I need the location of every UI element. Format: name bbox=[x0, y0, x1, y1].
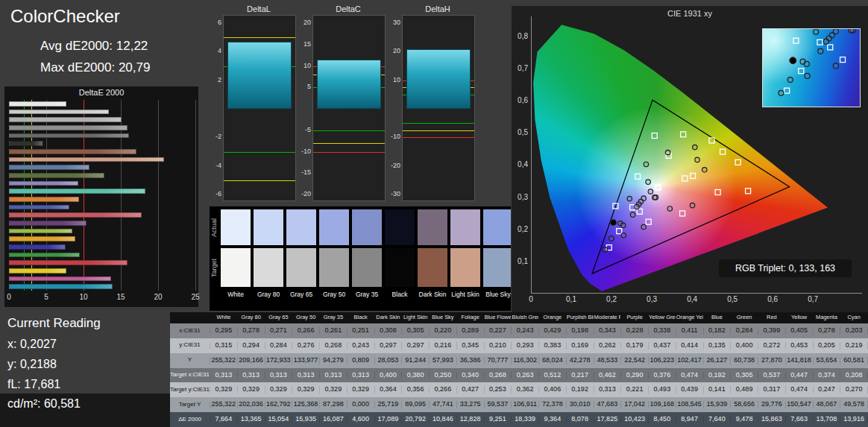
target-point bbox=[715, 189, 720, 194]
table-cell: 0,329 bbox=[238, 386, 265, 393]
actual-swatch[interactable] bbox=[319, 209, 349, 245]
target-swatch[interactable] bbox=[221, 248, 251, 287]
axis-tick-label: -20 bbox=[391, 162, 400, 169]
column-header: Light Skin bbox=[402, 314, 430, 320]
target-swatch[interactable] bbox=[418, 248, 447, 287]
swatch-column-gray-50: Gray 50 bbox=[319, 206, 349, 311]
swatch-label: Blue Sky bbox=[479, 291, 511, 298]
table-cell: 0,405 bbox=[786, 327, 814, 335]
target-swatch[interactable] bbox=[319, 248, 349, 287]
axis-tick-label: 0,4 bbox=[518, 160, 528, 168]
table-cell: 0,305 bbox=[402, 327, 430, 335]
measured-point bbox=[635, 204, 639, 209]
table-cell: 0,343 bbox=[594, 327, 622, 335]
table-cell: 172,933 bbox=[265, 357, 293, 364]
table-cell: 0,266 bbox=[430, 386, 457, 393]
axis-tick-label: -6 bbox=[216, 190, 221, 197]
actual-swatch[interactable] bbox=[385, 209, 415, 245]
table-cell: 0,295 bbox=[210, 327, 238, 335]
actual-swatch[interactable] bbox=[352, 209, 382, 245]
table-cell: 0,216 bbox=[430, 342, 457, 349]
target-point bbox=[793, 38, 799, 43]
target-swatch[interactable] bbox=[483, 248, 511, 287]
target-point bbox=[682, 176, 688, 181]
table-cell: 15,935 bbox=[292, 416, 320, 423]
table-cell: 13,916 bbox=[840, 416, 868, 423]
table-cell: 0,266 bbox=[292, 327, 320, 335]
axis-tick-label: 0,6 bbox=[518, 96, 528, 104]
actual-swatch[interactable] bbox=[221, 209, 251, 245]
actual-swatch[interactable] bbox=[450, 209, 480, 245]
actual-swatch[interactable] bbox=[418, 209, 447, 245]
table-cell: 0,192 bbox=[567, 386, 594, 393]
rgb-triplet-readout: RGB Triplet: 0, 133, 163 bbox=[719, 259, 852, 277]
table-cell: 0,427 bbox=[457, 386, 485, 393]
measured-point bbox=[646, 180, 650, 184]
row-label: y:CIE31 bbox=[170, 342, 210, 349]
table-cell: 0,208 bbox=[840, 372, 868, 379]
target-point bbox=[681, 132, 686, 137]
actual-swatch[interactable] bbox=[483, 209, 511, 245]
target-point bbox=[655, 185, 661, 190]
measured-point bbox=[627, 196, 632, 200]
axis-tick-label: 0,3 bbox=[518, 192, 528, 200]
axis-tick-label: -10 bbox=[301, 148, 311, 155]
table-cell: 30,010 bbox=[567, 401, 594, 408]
column-header: Orange Yellow bbox=[676, 314, 704, 320]
page-title: ColorChecker bbox=[10, 6, 120, 27]
table-cell: 109,168 bbox=[649, 401, 676, 408]
table-cell: 68,024 bbox=[539, 357, 567, 364]
target-point bbox=[817, 39, 823, 45]
measured-point bbox=[695, 157, 699, 162]
table-cell: 150,547 bbox=[786, 401, 814, 408]
table-cell: 0,313 bbox=[292, 372, 320, 379]
table-cell: 0,228 bbox=[621, 327, 649, 335]
table-cell: 26,127 bbox=[704, 357, 732, 364]
table-cell: 58,656 bbox=[731, 401, 758, 408]
measured-point bbox=[665, 150, 670, 154]
target-swatch[interactable] bbox=[254, 248, 283, 287]
table-cell: 48,067 bbox=[814, 401, 841, 408]
table-cell: 0,317 bbox=[758, 386, 786, 393]
actual-swatch[interactable] bbox=[286, 209, 316, 245]
table-cell: 27,870 bbox=[758, 357, 786, 364]
table-cell: 0,278 bbox=[238, 327, 265, 335]
measured-point bbox=[630, 212, 635, 217]
actual-swatch[interactable] bbox=[254, 209, 283, 245]
de-bar-black bbox=[9, 141, 43, 146]
target-point bbox=[617, 229, 622, 234]
de-bar-magenta bbox=[9, 276, 111, 282]
swatch-column-blue-sky: Blue Sky bbox=[483, 206, 511, 311]
swatch-column-white: White bbox=[221, 206, 251, 311]
target-swatch[interactable] bbox=[286, 248, 316, 287]
table-cell: 0,243 bbox=[512, 327, 539, 335]
swatch-label: Black bbox=[381, 291, 418, 298]
table-cell: 47,741 bbox=[430, 401, 457, 408]
measured-point bbox=[833, 63, 838, 69]
measured-point bbox=[787, 78, 793, 83]
target-swatch[interactable] bbox=[450, 248, 480, 287]
axis-tick-label: 0,1 bbox=[566, 295, 576, 303]
table-cell: 36,386 bbox=[457, 357, 485, 364]
axis-tick-label: -15 bbox=[301, 168, 311, 176]
table-cell: 72,378 bbox=[539, 401, 567, 408]
target-point bbox=[637, 209, 642, 214]
table-cell: 0,399 bbox=[758, 327, 786, 335]
current-reading-fl: fL: 17,681 bbox=[7, 378, 60, 391]
deltah-y-axis: 302010-10-20-30 bbox=[390, 15, 402, 201]
table-cell: 106,911 bbox=[512, 401, 539, 408]
table-cell: 0,338 bbox=[649, 327, 676, 335]
reference-line bbox=[403, 137, 474, 138]
table-cell: 9,251 bbox=[485, 416, 512, 423]
table-cell: 17,825 bbox=[594, 416, 622, 423]
table-cell: 0,362 bbox=[512, 386, 539, 393]
table-cell: 53,654 bbox=[814, 357, 841, 364]
de-bar-dark-skin bbox=[9, 149, 136, 154]
axis-tick-label: 2 bbox=[218, 76, 221, 83]
table-cell: 0,272 bbox=[758, 342, 786, 349]
table-cell: 255,322 bbox=[210, 401, 238, 408]
measured-point bbox=[641, 224, 646, 229]
table-cell: 70,777 bbox=[485, 357, 512, 364]
target-swatch[interactable] bbox=[385, 248, 415, 287]
target-swatch[interactable] bbox=[352, 248, 382, 287]
